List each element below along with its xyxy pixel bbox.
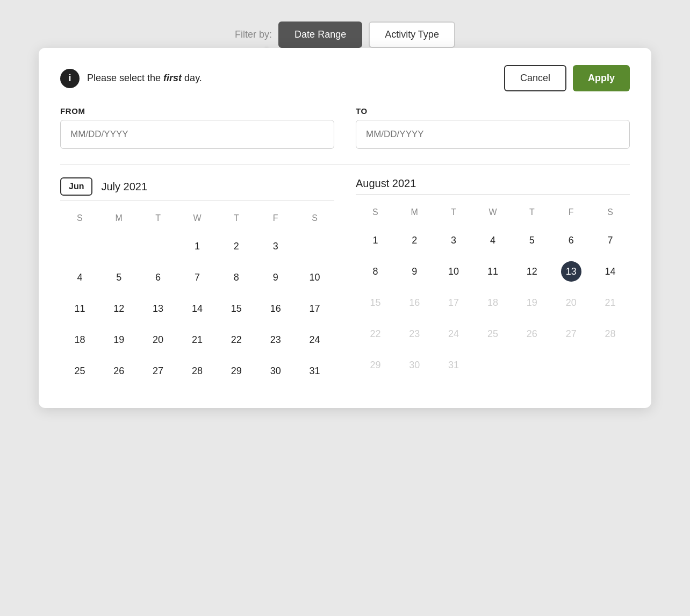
info-icon: i — [60, 69, 80, 88]
table-row[interactable]: 26 — [512, 318, 551, 349]
table-row[interactable]: 30 — [395, 349, 434, 381]
table-row[interactable]: 23 — [256, 324, 295, 355]
table-row[interactable]: 8 — [356, 256, 395, 287]
table-row[interactable]: 3 — [434, 225, 473, 256]
calendar-divider — [60, 164, 630, 164]
date-range-modal: i Please select the first day. Cancel Ap… — [39, 48, 651, 408]
day-header-f2: F — [551, 204, 591, 225]
day-header-f1: F — [256, 210, 295, 231]
apply-button[interactable]: Apply — [573, 65, 630, 91]
august-divider — [356, 194, 630, 195]
table-row[interactable]: 9 — [395, 256, 434, 287]
table-row[interactable]: 17 — [295, 293, 334, 324]
table-row[interactable]: 10 — [434, 256, 473, 287]
table-row[interactable]: 5 — [99, 262, 139, 293]
filter-label: Filter by: — [235, 29, 272, 40]
date-range-button[interactable]: Date Range — [278, 22, 362, 48]
table-row[interactable]: 29 — [356, 349, 395, 381]
table-row[interactable]: 15 — [217, 293, 256, 324]
table-row[interactable]: 11 — [473, 256, 513, 287]
table-row[interactable]: 1 — [356, 225, 395, 256]
info-message: i Please select the first day. — [60, 69, 202, 88]
table-row — [99, 231, 139, 262]
table-row[interactable]: 19 — [99, 324, 139, 355]
table-row[interactable]: 28 — [178, 355, 217, 386]
table-row[interactable]: 30 — [256, 355, 295, 386]
table-row[interactable]: 31 — [295, 355, 334, 386]
table-row[interactable]: 16 — [395, 287, 434, 318]
day-header-t3: T — [434, 204, 473, 225]
calendar-august-header: August 2021 — [356, 177, 630, 190]
table-row[interactable]: 24 — [295, 324, 334, 355]
table-row[interactable]: 29 — [217, 355, 256, 386]
table-row[interactable]: 22 — [217, 324, 256, 355]
table-row[interactable]: 4 — [473, 225, 513, 256]
table-row[interactable]: 18 — [473, 287, 513, 318]
table-row[interactable]: 14 — [591, 256, 630, 287]
day-header-m2: M — [395, 204, 434, 225]
table-row[interactable]: 23 — [395, 318, 434, 349]
day-header-m1: M — [99, 210, 139, 231]
day-header-s3: S — [356, 204, 395, 225]
table-row[interactable]: 8 — [217, 262, 256, 293]
day-header-t4: T — [512, 204, 551, 225]
table-row[interactable]: 2 — [217, 231, 256, 262]
table-row[interactable]: 7 — [591, 225, 630, 256]
table-row — [473, 349, 513, 381]
calendar-july: Jun July 2021 S M T W T F S 12 — [60, 177, 334, 386]
table-row[interactable]: 6 — [139, 262, 178, 293]
info-text: Please select the first day. — [87, 73, 202, 84]
day-header-w2: W — [473, 204, 513, 225]
table-row[interactable]: 5 — [512, 225, 551, 256]
table-row[interactable]: 1 — [178, 231, 217, 262]
table-row[interactable]: 27 — [139, 355, 178, 386]
table-row[interactable]: 21 — [591, 287, 630, 318]
table-row[interactable]: 25 — [60, 355, 99, 386]
table-row[interactable]: 12 — [512, 256, 551, 287]
from-field: FROM — [60, 106, 334, 149]
table-row[interactable]: 28 — [591, 318, 630, 349]
prev-month-button[interactable]: Jun — [60, 177, 92, 196]
table-row[interactable]: 11 — [60, 293, 99, 324]
to-input[interactable] — [356, 120, 630, 149]
date-inputs: FROM TO — [60, 106, 630, 149]
table-row[interactable]: 14 — [178, 293, 217, 324]
july-grid: S M T W T F S 12345678910111213141516171… — [60, 210, 334, 386]
august-grid: S M T W T F S 12345678910111213141516171… — [356, 204, 630, 381]
table-row[interactable]: 13 — [139, 293, 178, 324]
from-input[interactable] — [60, 120, 334, 149]
table-row[interactable]: 20 — [139, 324, 178, 355]
table-row[interactable]: 2 — [395, 225, 434, 256]
table-row[interactable]: 16 — [256, 293, 295, 324]
calendars: Jun July 2021 S M T W T F S 12 — [60, 177, 630, 386]
table-row[interactable]: 4 — [60, 262, 99, 293]
table-row[interactable]: 10 — [295, 262, 334, 293]
table-row[interactable]: 26 — [99, 355, 139, 386]
table-row[interactable]: 18 — [60, 324, 99, 355]
day-header-s2: S — [295, 210, 334, 231]
modal-header: i Please select the first day. Cancel Ap… — [60, 65, 630, 91]
day-header-t1: T — [139, 210, 178, 231]
table-row[interactable]: 24 — [434, 318, 473, 349]
table-row[interactable]: 22 — [356, 318, 395, 349]
table-row[interactable]: 27 — [551, 318, 591, 349]
july-title: July 2021 — [101, 181, 147, 193]
table-row[interactable]: 25 — [473, 318, 513, 349]
table-row[interactable]: 21 — [178, 324, 217, 355]
table-row[interactable]: 7 — [178, 262, 217, 293]
table-row[interactable]: 6 — [551, 225, 591, 256]
table-row[interactable]: 13 — [551, 256, 591, 287]
table-row[interactable]: 17 — [434, 287, 473, 318]
modal-actions: Cancel Apply — [504, 65, 630, 91]
activity-type-button[interactable]: Activity Type — [369, 22, 455, 48]
table-row[interactable]: 31 — [434, 349, 473, 381]
table-row[interactable]: 9 — [256, 262, 295, 293]
table-row[interactable]: 15 — [356, 287, 395, 318]
table-row — [512, 349, 551, 381]
table-row[interactable]: 12 — [99, 293, 139, 324]
table-row[interactable]: 20 — [551, 287, 591, 318]
cancel-button[interactable]: Cancel — [504, 65, 566, 91]
table-row[interactable]: 19 — [512, 287, 551, 318]
table-row[interactable]: 3 — [256, 231, 295, 262]
august-title: August 2021 — [356, 177, 416, 190]
